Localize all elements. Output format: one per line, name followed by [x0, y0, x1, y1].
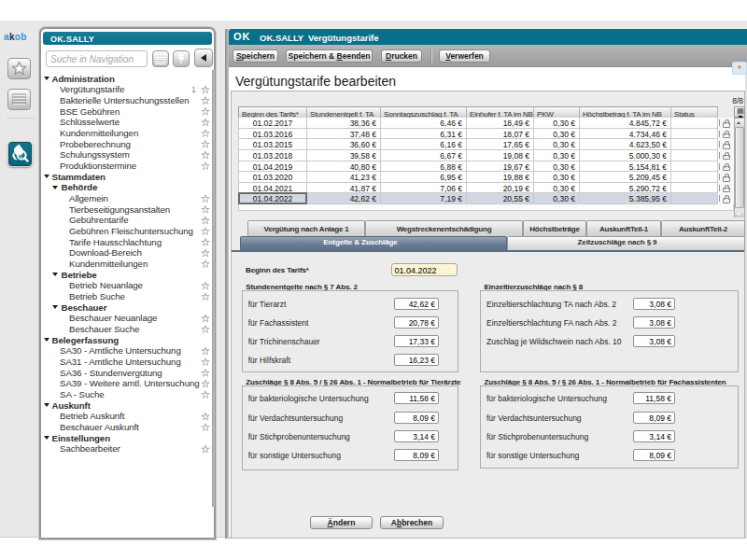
svg-text:€: € — [20, 152, 23, 159]
